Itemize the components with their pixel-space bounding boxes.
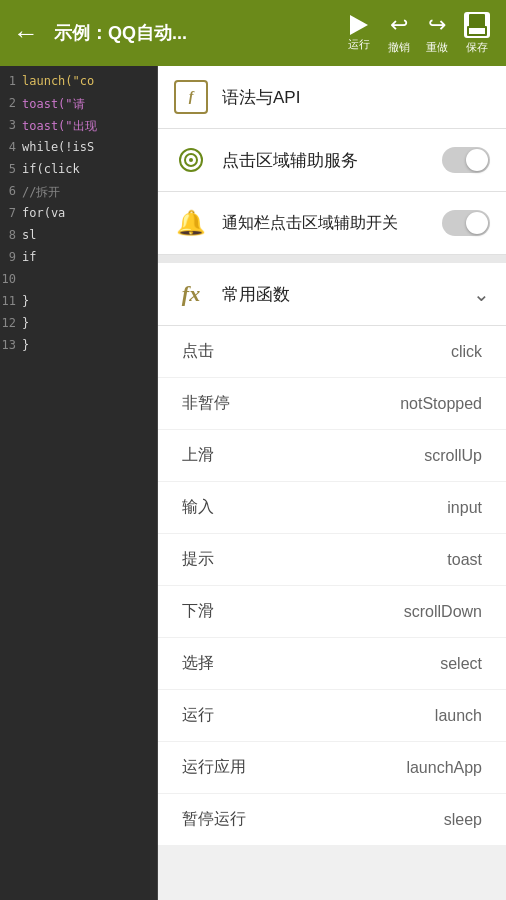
undo-icon: ↩ [390,12,408,38]
redo-label: 重做 [426,40,448,55]
run-icon [350,15,368,35]
page-title: 示例：QQ自动... [44,21,338,45]
code-line: 5 if(click [0,162,157,184]
line-number: 7 [0,206,22,228]
line-code: for(va [22,206,65,228]
func-label: 选择 [182,653,440,674]
line-code: while(!isS [22,140,94,162]
func-label: 输入 [182,497,447,518]
func-label: 点击 [182,341,451,362]
line-number: 3 [0,118,22,140]
syntax-api-label: 语法与API [222,86,300,109]
code-line: 8 sl [0,228,157,250]
func-item-select[interactable]: 选择 select [158,638,506,690]
func-value: notStopped [400,395,482,413]
code-line: 12 } [0,316,157,338]
func-label: 上滑 [182,445,424,466]
func-item-launch[interactable]: 运行 launch [158,690,506,742]
func-value: click [451,343,482,361]
target-icon [174,143,208,177]
line-code: sl [22,228,36,250]
func-item-scrollUp[interactable]: 上滑 scrollUp [158,430,506,482]
func-item-scrollDown[interactable]: 下滑 scrollDown [158,586,506,638]
notification-click-item[interactable]: 🔔 通知栏点击区域辅助开关 [158,192,506,255]
func-value: sleep [444,811,482,829]
line-number: 8 [0,228,22,250]
func-item-launchApp[interactable]: 运行应用 launchApp [158,742,506,794]
syntax-api-item[interactable]: f 语法与API [158,66,506,129]
redo-button[interactable]: ↪ 重做 [418,8,456,59]
notification-toggle[interactable] [442,210,490,236]
line-number: 11 [0,294,22,316]
code-line: 9 if [0,250,157,272]
save-label: 保存 [466,40,488,55]
chevron-down-icon: ⌄ [473,282,490,306]
redo-icon: ↪ [428,12,446,38]
code-line: 4 while(!isS [0,140,157,162]
click-area-service-item[interactable]: 点击区域辅助服务 [158,129,506,192]
line-number: 4 [0,140,22,162]
func-value: launch [435,707,482,725]
func-value: input [447,499,482,517]
line-number: 9 [0,250,22,272]
save-button[interactable]: 保存 [456,8,498,59]
undo-button[interactable]: ↩ 撤销 [380,8,418,59]
func-label: 非暂停 [182,393,400,414]
code-panel: 1 launch("co 2 toast("请 3 toast("出现 4 wh… [0,66,158,900]
code-line: 1 launch("co [0,74,157,96]
common-functions-header[interactable]: fx 常用函数 ⌄ [158,263,506,326]
fx-icon: fx [174,277,208,311]
func-label: 运行 [182,705,435,726]
func-value: select [440,655,482,673]
click-area-service-label: 点击区域辅助服务 [222,149,442,172]
line-code: launch("co [22,74,94,96]
line-number: 10 [0,272,22,294]
func-item-click[interactable]: 点击 click [158,326,506,378]
line-number: 13 [0,338,22,360]
code-line: 11 } [0,294,157,316]
line-code: if(click [22,162,80,184]
func-label: 提示 [182,549,447,570]
toolbar: ← 示例：QQ自动... 运行 ↩ 撤销 ↪ 重做 保存 [0,0,506,66]
func-value: scrollUp [424,447,482,465]
func-label: 暂停运行 [182,809,444,830]
line-number: 12 [0,316,22,338]
undo-label: 撤销 [388,40,410,55]
code-line: 13 } [0,338,157,360]
func-label: 运行应用 [182,757,406,778]
func-value: scrollDown [404,603,482,621]
func-value: toast [447,551,482,569]
run-button[interactable]: 运行 [338,11,380,56]
line-number: 5 [0,162,22,184]
line-code: //拆开 [22,184,60,206]
line-code: } [22,294,29,316]
code-line: 3 toast("出现 [0,118,157,140]
line-code: toast("请 [22,96,85,118]
toggle-knob-2 [466,212,488,234]
code-line: 7 for(va [0,206,157,228]
main-content: 1 launch("co 2 toast("请 3 toast("出现 4 wh… [0,66,506,900]
click-area-toggle[interactable] [442,147,490,173]
func-item-notStopped[interactable]: 非暂停 notStopped [158,378,506,430]
bell-icon: 🔔 [174,206,208,240]
code-line: 2 toast("请 [0,96,157,118]
run-label: 运行 [348,37,370,52]
common-functions-label: 常用函数 [222,283,473,306]
code-line: 6 //拆开 [0,184,157,206]
right-panel: f 语法与API 点击区域辅助服务 🔔 通知栏点击区域辅助开关 [158,66,506,900]
func-item-input[interactable]: 输入 input [158,482,506,534]
syntax-icon: f [174,80,208,114]
line-number: 6 [0,184,22,206]
line-number: 2 [0,96,22,118]
svg-point-2 [189,158,193,162]
notification-click-label: 通知栏点击区域辅助开关 [222,213,442,234]
func-value: launchApp [406,759,482,777]
line-code: } [22,316,29,338]
toggle-knob [466,149,488,171]
code-line: 10 [0,272,157,294]
save-icon [464,12,490,38]
back-button[interactable]: ← [8,18,44,49]
func-item-toast[interactable]: 提示 toast [158,534,506,586]
func-item-sleep[interactable]: 暂停运行 sleep [158,794,506,846]
line-number: 1 [0,74,22,96]
